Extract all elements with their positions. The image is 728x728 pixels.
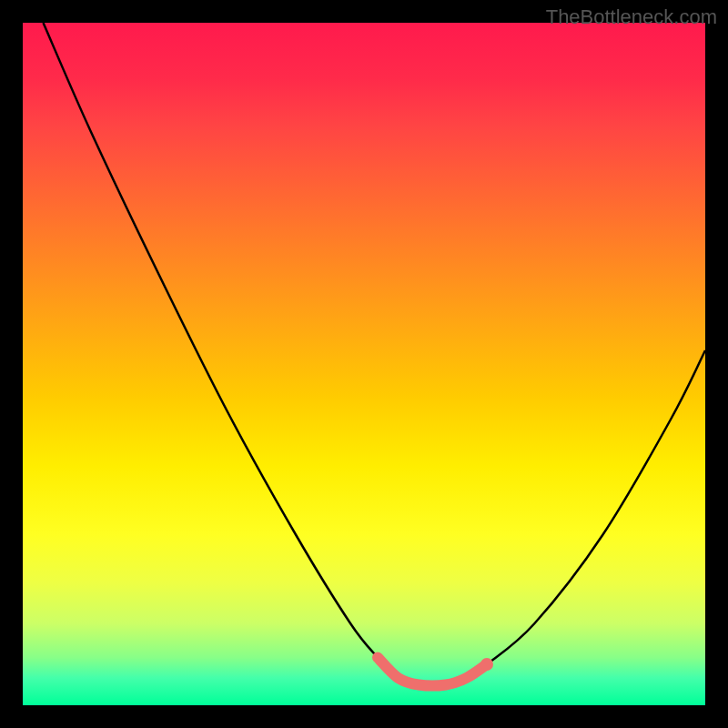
watermark-text: TheBottleneck.com [546,5,717,29]
chart-area [23,23,705,705]
optimal-range-highlight [378,658,487,686]
bottleneck-curve-path [44,23,706,685]
highlight-end-dot [480,658,493,671]
curve-svg [23,23,705,705]
